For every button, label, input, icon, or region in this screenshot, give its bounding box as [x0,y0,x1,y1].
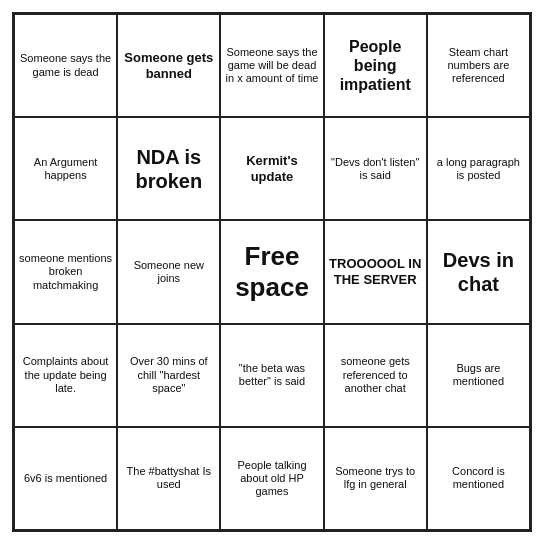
bingo-cell-r5c4: Someone trys to lfg in general [324,427,427,530]
bingo-cell-r5c5: Concord is mentioned [427,427,530,530]
bingo-cell-r4c2: Over 30 mins of chill "hardest space" [117,324,220,427]
bingo-cell-r2c4: "Devs don't listen" is said [324,117,427,220]
bingo-cell-r4c1: Complaints about the update being late. [14,324,117,427]
bingo-cell-r3c1: someone mentions broken matchmaking [14,220,117,323]
bingo-cell-r3c2: Someone new joins [117,220,220,323]
bingo-cell-r1c1: Someone says the game is dead [14,14,117,117]
bingo-cell-r5c1: 6v6 is mentioned [14,427,117,530]
bingo-cell-r2c3: Kermit's update [220,117,323,220]
bingo-cell-r5c3: People talking about old HP games [220,427,323,530]
bingo-cell-r1c5: Steam chart numbers are referenced [427,14,530,117]
bingo-cell-r1c3: Someone says the game will be dead in x … [220,14,323,117]
bingo-cell-r3c3: Free space [220,220,323,323]
bingo-cell-r4c5: Bugs are mentioned [427,324,530,427]
bingo-cell-r2c2: NDA is broken [117,117,220,220]
bingo-cell-r5c2: The #battyshat Is used [117,427,220,530]
bingo-cell-r2c1: An Argument happens [14,117,117,220]
bingo-cell-r4c4: someone gets referenced to another chat [324,324,427,427]
bingo-cell-r1c4: People being impatient [324,14,427,117]
bingo-cell-r2c5: a long paragraph is posted [427,117,530,220]
bingo-cell-r1c2: Someone gets banned [117,14,220,117]
bingo-card: Someone says the game is deadSomeone get… [12,12,532,532]
bingo-cell-r4c3: "the beta was better" is said [220,324,323,427]
bingo-cell-r3c4: TROOOOOL IN THE SERVER [324,220,427,323]
bingo-cell-r3c5: Devs in chat [427,220,530,323]
